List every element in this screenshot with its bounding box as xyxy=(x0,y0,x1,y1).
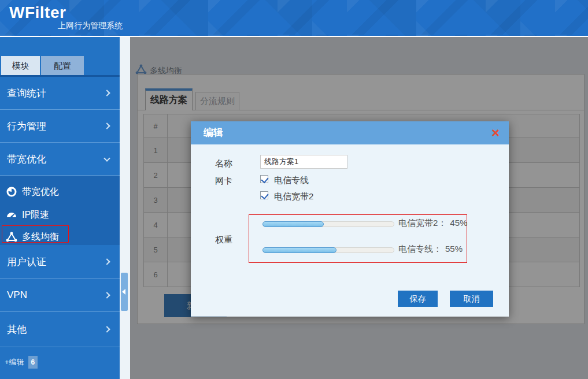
sidebar: 模块 配置 查询统计 行为管理 带宽优化 带宽优化 IP限速 多线 xyxy=(0,37,120,379)
chevron-right-icon xyxy=(103,292,110,298)
app-logo: WFilter xyxy=(9,3,66,22)
save-button[interactable]: 保存 xyxy=(398,291,438,307)
checkbox-checked[interactable] xyxy=(260,191,268,199)
weight-percent: 45% xyxy=(450,218,467,228)
sidebar-item-user-auth[interactable]: 用户认证 xyxy=(0,245,120,279)
sidebar-item-label: 行为管理 xyxy=(7,120,46,133)
submenu-item-label: 带宽优化 xyxy=(22,186,59,198)
sidebar-collapse-handle[interactable] xyxy=(121,273,128,311)
slider-fill[interactable] xyxy=(262,247,336,253)
edit-label: +编辑 xyxy=(5,358,24,366)
gauge-icon xyxy=(6,209,17,221)
chevron-right-icon xyxy=(103,122,110,129)
sidebar-item-label: 查询统计 xyxy=(7,87,46,100)
cancel-button[interactable]: 取消 xyxy=(450,291,493,307)
weight-percent: 55% xyxy=(445,244,463,254)
sidebar-submenu: 带宽优化 IP限速 多线均衡 xyxy=(0,176,120,245)
submenu-item-bandwidth-opt[interactable]: 带宽优化 xyxy=(0,183,120,201)
selected-item-outline xyxy=(2,225,69,243)
app-header: WFilter 上网行为管理系统 xyxy=(0,0,588,36)
sidebar-item-label: 带宽优化 xyxy=(7,153,46,166)
tab-config[interactable]: 配置 xyxy=(41,56,84,75)
weight-slider[interactable] xyxy=(262,221,394,227)
weight-label: 权重 xyxy=(215,235,232,246)
weight-group-outline: 电信宽带2：45% 电信专线：55% xyxy=(249,214,467,263)
name-input[interactable] xyxy=(260,155,347,169)
nic-option-label: 电信专线 xyxy=(274,175,309,186)
tab-module[interactable]: 模块 xyxy=(1,56,40,75)
collapse-left-icon xyxy=(122,289,125,295)
nic-option-label: 电信宽带2 xyxy=(274,191,313,202)
chevron-right-icon xyxy=(103,326,110,332)
chevron-down-icon xyxy=(103,155,110,162)
sidebar-item-label: VPN xyxy=(7,289,27,301)
sidebar-gap xyxy=(120,37,130,379)
slider-fill[interactable] xyxy=(262,221,324,227)
checkbox-checked[interactable] xyxy=(260,175,268,183)
weight-value-label: 电信宽带2：45% xyxy=(398,218,467,229)
weight-nic-name: 电信宽带2： xyxy=(398,218,446,228)
sidebar-item-query-stats[interactable]: 查询统计 xyxy=(0,77,120,110)
weight-nic-name: 电信专线： xyxy=(398,244,442,254)
chevron-right-icon xyxy=(103,90,110,96)
dialog-title: 编辑 xyxy=(204,121,223,144)
edit-count-badge: 6 xyxy=(28,356,38,369)
submenu-item-ip-limit[interactable]: IP限速 xyxy=(0,206,120,224)
nic-label: 网卡 xyxy=(215,176,232,187)
weight-slider[interactable] xyxy=(262,247,394,253)
sidebar-item-bandwidth-opt[interactable]: 带宽优化 xyxy=(0,143,120,176)
name-label: 名称 xyxy=(215,158,232,169)
edit-dialog: 编辑 × 名称 网卡 电信专线 电信宽带2 权重 电信宽带2：45% 电信专线：… xyxy=(191,121,509,317)
weight-value-label: 电信专线：55% xyxy=(398,244,463,255)
close-icon[interactable]: × xyxy=(491,124,500,142)
sidebar-edit-link[interactable]: +编辑6 xyxy=(5,356,38,367)
check-icon xyxy=(261,192,268,200)
sidebar-item-behavior-mgmt[interactable]: 行为管理 xyxy=(0,110,120,143)
dialog-header: 编辑 × xyxy=(191,121,509,144)
chevron-right-icon xyxy=(103,258,110,265)
sidebar-item-other[interactable]: 其他 xyxy=(0,312,120,347)
sidebar-item-label: 其他 xyxy=(7,323,27,336)
sidebar-item-vpn[interactable]: VPN xyxy=(0,279,120,312)
submenu-item-label: IP限速 xyxy=(22,209,49,221)
circle-icon xyxy=(6,186,17,198)
check-icon xyxy=(261,176,268,184)
sidebar-item-label: 用户认证 xyxy=(7,255,46,269)
app-subtitle: 上网行为管理系统 xyxy=(58,21,123,31)
